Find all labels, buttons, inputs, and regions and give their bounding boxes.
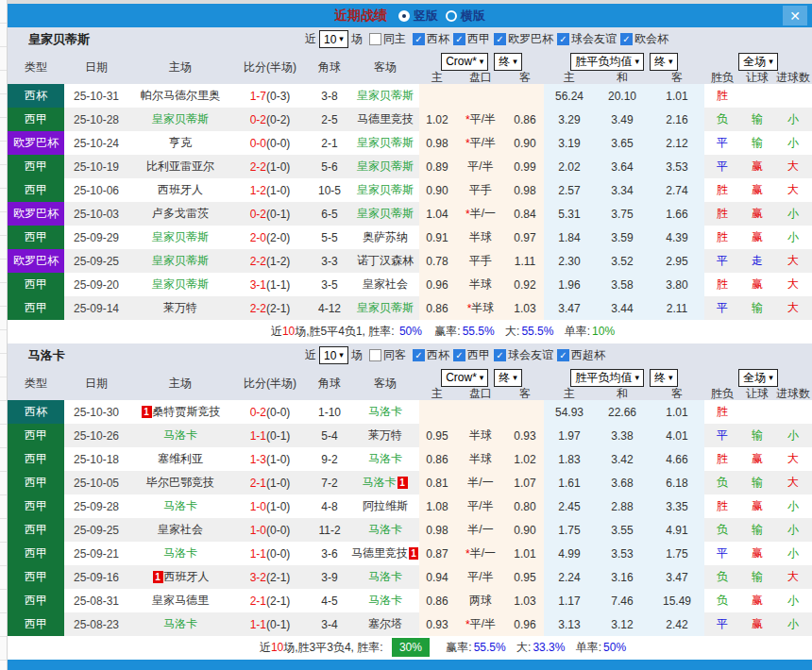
avg-home-odds: 5.31 <box>544 202 595 226</box>
chevron-down-icon: ▾ <box>634 58 639 66</box>
corner-score: 4-5 <box>308 589 351 612</box>
corner-score: 3-8 <box>308 84 351 108</box>
checkbox-checked-icon[interactable]: ✓ <box>494 33 506 45</box>
odds-final-select[interactable]: 终▾ <box>494 53 522 71</box>
chevron-down-icon: ▾ <box>668 374 673 382</box>
score: 2-2(1-2) <box>232 249 308 273</box>
summary-betis: 近10场,胜5平4负1, 胜率: 50% 赢率:55.5% 大:55.5% 单率… <box>8 320 812 343</box>
league-badge: 西甲 <box>8 518 64 542</box>
league-filter[interactable]: ✓球会友谊 <box>557 31 617 47</box>
checkbox-checked-icon[interactable]: ✓ <box>453 33 465 45</box>
odds-final-select[interactable]: 终▾ <box>494 369 522 387</box>
league-filter[interactable]: ✓西甲 <box>453 31 490 47</box>
odds-source-value: Crow* <box>446 55 477 68</box>
match-count-select[interactable]: 10 ▾ <box>319 346 348 364</box>
league-filter-label: 西甲 <box>467 347 490 363</box>
summary-stats: 场,胜3平3负4, 胜率: <box>283 641 382 654</box>
handicap-line: 平/半 <box>455 565 506 589</box>
summary-stats: 场,胜5平4负1, 胜率: <box>295 325 394 338</box>
checkbox-unchecked-icon[interactable] <box>369 349 381 361</box>
fulltime-select[interactable]: 全场▾ <box>738 369 778 387</box>
chevron-down-icon: ▾ <box>339 35 344 43</box>
league-filter[interactable]: ✓西杯 <box>413 31 449 47</box>
layout-vertical-radio[interactable]: 竖版 <box>398 8 438 25</box>
home-team: 皇家贝蒂斯 <box>128 273 232 296</box>
odds-source-select[interactable]: Crow*▾ <box>441 53 488 71</box>
sub-avg-home: 主 <box>544 388 595 400</box>
league-filter[interactable]: ✓西超杯 <box>557 347 605 363</box>
match-result: 胜 <box>704 178 740 202</box>
match-result: 平 <box>704 249 740 273</box>
radio-unselected-icon[interactable] <box>446 10 457 22</box>
handicap-line: *半/一 <box>455 542 506 565</box>
avg-final-select[interactable]: 终▾ <box>650 369 678 387</box>
away-odds: 0.92 <box>506 273 544 296</box>
radio-selected-icon[interactable] <box>398 10 410 22</box>
avg-draw-odds: 7.46 <box>595 589 650 612</box>
avg-final-select[interactable]: 终▾ <box>650 53 678 71</box>
checkbox-checked-icon[interactable]: ✓ <box>620 33 633 45</box>
avg-away-odds: 15.49 <box>650 589 704 612</box>
avg-select[interactable]: 胜平负均值▾ <box>570 369 644 387</box>
avg-away-odds: 2.11 <box>650 296 704 320</box>
league-badge: 西甲 <box>8 178 64 202</box>
layout-horizontal-radio[interactable]: 横版 <box>446 8 485 25</box>
avg-home-odds: 56.24 <box>544 84 595 108</box>
stat-label: 赢率: <box>446 641 471 654</box>
handicap-line: 两球 <box>455 589 506 612</box>
league-badge-label: 西甲 <box>8 108 64 131</box>
match-result: 胜 <box>704 84 740 108</box>
checkbox-checked-icon[interactable]: ✓ <box>494 349 506 361</box>
league-filter[interactable]: ✓欧会杯 <box>620 31 668 47</box>
win-rate-badge: 30% <box>392 638 430 657</box>
same-venue-filter[interactable]: 同主 <box>369 31 406 47</box>
handicap-result: 赢 <box>740 202 774 226</box>
home-team: 塞维利亚 <box>128 447 232 471</box>
away-team: 马洛卡 <box>351 447 419 471</box>
stat-label: 大: <box>505 325 519 338</box>
match-row: 欧罗巴杯25-10-24亨克0-0(0-0)2-1皇家贝蒂斯0.98*平/半0.… <box>8 131 812 155</box>
match-result: 平 <box>704 155 740 178</box>
section-mallorca: 马洛卡 近 10 ▾ 场 同客 ✓西杯✓西甲✓球会友谊✓西超杯 <box>8 343 812 660</box>
corner-score: 5-4 <box>308 424 351 447</box>
checkbox-checked-icon[interactable]: ✓ <box>413 349 425 361</box>
away-team: 皇家社会 <box>351 273 419 296</box>
checkbox-checked-icon[interactable]: ✓ <box>557 33 569 45</box>
checkbox-unchecked-icon[interactable] <box>369 33 381 45</box>
match-count-value: 10 <box>324 349 336 362</box>
match-date: 25-09-25 <box>64 249 128 273</box>
sub-odd-home: 主 <box>419 72 455 84</box>
handicap-result: 赢 <box>740 155 774 178</box>
league-filter[interactable]: ✓西甲 <box>453 347 490 363</box>
handicap-result: 输 <box>740 108 774 131</box>
league-badge: 西甲 <box>8 226 64 249</box>
fulltime-select[interactable]: 全场▾ <box>738 53 778 71</box>
handicap-line: 平/半 <box>455 494 506 518</box>
stat-value: 55.5% <box>463 325 495 338</box>
sub-handicap-result: 让球 <box>740 388 774 400</box>
odds-source-select[interactable]: Crow*▾ <box>441 369 488 387</box>
checkbox-checked-icon[interactable]: ✓ <box>453 349 465 361</box>
league-badge: 欧罗巴杯 <box>8 131 64 155</box>
same-venue-filter[interactable]: 同客 <box>369 347 406 363</box>
league-filter[interactable]: ✓球会友谊 <box>494 347 553 363</box>
horizontal-label: 横版 <box>461 8 485 25</box>
league-badge-label: 西甲 <box>8 542 64 565</box>
match-result: 平 <box>704 424 740 447</box>
checkbox-checked-icon[interactable]: ✓ <box>557 349 569 361</box>
handicap-line <box>455 84 506 108</box>
league-filter[interactable]: ✓西杯 <box>413 347 449 363</box>
summary-near: 近 <box>271 325 282 338</box>
away-odds: 0.93 <box>506 424 544 447</box>
league-filter-label: 球会友谊 <box>508 347 553 363</box>
avg-select[interactable]: 胜平负均值▾ <box>570 53 644 71</box>
handicap-result: 输 <box>740 471 774 494</box>
match-count-select[interactable]: 10 ▾ <box>319 30 348 48</box>
checkbox-checked-icon[interactable]: ✓ <box>413 33 425 45</box>
sub-handicap: 盘口 <box>455 72 506 84</box>
close-button[interactable]: ✕ <box>783 6 807 25</box>
match-result: 平 <box>704 612 740 636</box>
league-badge: 西甲 <box>8 155 64 178</box>
handicap-line <box>455 400 506 424</box>
league-filter[interactable]: ✓欧罗巴杯 <box>494 31 553 47</box>
